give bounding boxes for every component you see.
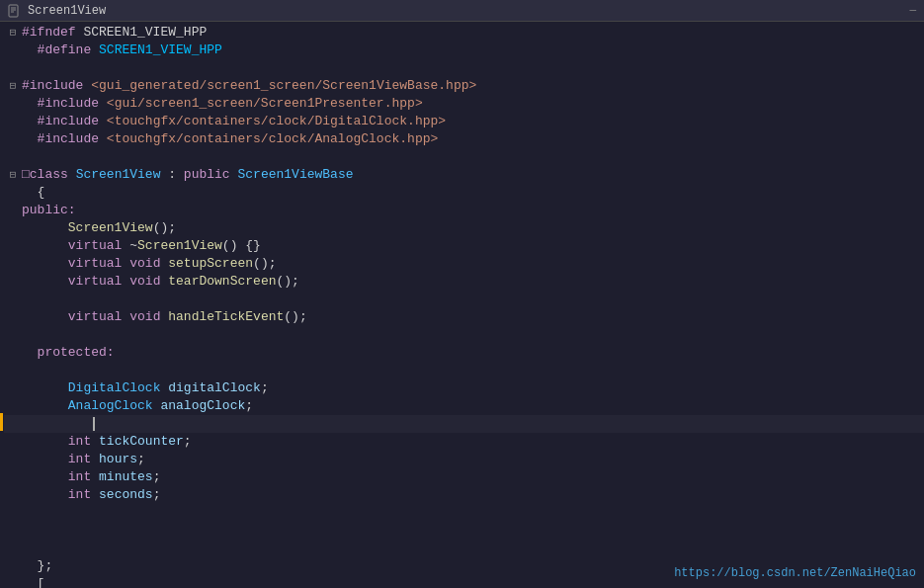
table-row [4,540,924,557]
table-row: virtual ~Screen1View() {} [4,237,924,255]
table-row [4,148,924,166]
table-row: protected: [4,344,924,362]
svg-rect-0 [9,5,18,17]
table-row [4,415,924,433]
table-row: Screen1View(); [4,219,924,237]
table-row [4,59,924,77]
table-row [4,291,924,308]
editor-container: ⊟#ifndef SCREEN1_VIEW_HPP #define SCREEN… [0,22,924,588]
table-row [4,326,924,344]
table-row: ⊟#ifndef SCREEN1_VIEW_HPP [4,24,924,42]
table-row: virtual void tearDownScreen(); [4,273,924,291]
table-row: int seconds; [4,486,924,504]
file-icon [8,4,22,18]
title-bar: Screen1View ─ [0,0,924,22]
table-row [4,522,924,540]
watermark: https://blog.csdn.net/ZenNaiHeQiao [674,566,916,580]
table-row [4,362,924,379]
minimize-button[interactable]: ─ [909,5,916,17]
table-row: #include <touchgfx/containers/clock/Digi… [4,113,924,130]
table-row: AnalogClock analogClock; [4,397,924,415]
window-title: Screen1View [28,4,106,18]
table-row [4,504,924,522]
window: Screen1View ─ ⊟#ifndef SCREEN1_VIEW_HPP … [0,0,924,588]
table-row: { [4,184,924,202]
table-row: ⊟#include <gui_generated/screen1_screen/… [4,77,924,95]
table-row: int minutes; [4,468,924,486]
table-row: #define SCREEN1_VIEW_HPP [4,42,924,59]
table-row: int hours; [4,451,924,468]
table-row: virtual void setupScreen(); [4,255,924,273]
table-row: #include <touchgfx/containers/clock/Anal… [4,130,924,148]
table-row: virtual void handleTickEvent(); [4,308,924,326]
table-row: #include <gui/screen1_screen/Screen1Pres… [4,95,924,113]
table-row: int tickCounter; [4,433,924,451]
table-row: public: [4,202,924,219]
table-row: ⊟□class Screen1View : public Screen1View… [4,166,924,184]
table-row: DigitalClock digitalClock; [4,379,924,397]
code-area[interactable]: ⊟#ifndef SCREEN1_VIEW_HPP #define SCREEN… [0,22,924,588]
